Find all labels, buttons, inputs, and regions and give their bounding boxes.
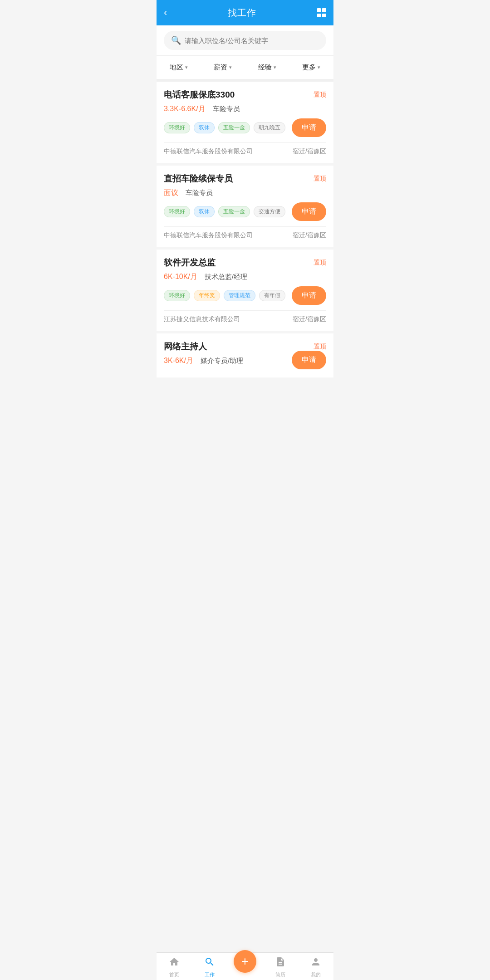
grid-button[interactable] — [317, 8, 326, 17]
chevron-down-icon: ▾ — [318, 64, 320, 70]
company-name: 中德联信汽车服务股份有限公司 — [164, 147, 253, 156]
divider — [164, 142, 326, 143]
company-location: 宿迁/宿豫区 — [293, 315, 326, 323]
search-container: 🔍 — [157, 25, 333, 56]
apply-button[interactable]: 申请 — [292, 118, 326, 137]
filter-salary[interactable]: 薪资 ▾ — [201, 60, 245, 74]
job-title: 软件开发总监 — [164, 257, 216, 269]
search-bar[interactable]: 🔍 — [164, 31, 326, 50]
filter-experience[interactable]: 经验 ▾ — [245, 60, 289, 74]
company-info: 中德联信汽车服务股份有限公司 宿迁/宿豫区 — [164, 147, 326, 156]
company-name: 中德联信汽车服务股份有限公司 — [164, 231, 253, 240]
tag: 双休 — [194, 206, 215, 217]
back-button[interactable]: ‹ — [164, 7, 167, 19]
tag: 年终奖 — [194, 290, 220, 301]
chevron-down-icon: ▾ — [229, 64, 232, 70]
chevron-down-icon: ▾ — [274, 64, 276, 70]
job-title: 网络主持人 — [164, 341, 207, 353]
salary: 3.3K-6.6K/月 — [164, 104, 206, 114]
pin-label: 置顶 — [314, 259, 326, 267]
apply-button[interactable]: 申请 — [292, 286, 326, 305]
job-card: 软件开发总监 置顶 6K-10K/月 技术总监/经理 环境好 年终奖 管理规范 … — [157, 250, 333, 331]
apply-button[interactable]: 申请 — [292, 202, 326, 221]
filter-more[interactable]: 更多 ▾ — [289, 60, 334, 74]
tag-list: 环境好 双休 五险一金 交通方便 — [164, 206, 285, 217]
company-name: 江苏捷义信息技术有限公司 — [164, 315, 240, 323]
tag-list: 环境好 年终奖 管理规范 有年假 — [164, 290, 285, 301]
tag: 环境好 — [164, 122, 190, 133]
header: ‹ 找工作 — [157, 0, 333, 25]
company-location: 宿迁/宿豫区 — [293, 231, 326, 240]
search-icon: 🔍 — [171, 35, 181, 45]
pin-label: 置顶 — [314, 175, 326, 183]
company-info: 江苏捷义信息技术有限公司 宿迁/宿豫区 — [164, 315, 326, 323]
salary: 面议 — [164, 188, 178, 198]
pin-label: 置顶 — [314, 91, 326, 99]
tag: 有年假 — [259, 290, 285, 301]
job-card: 电话客服保底3300 置顶 3.3K-6.6K/月 车险专员 环境好 双休 五险… — [157, 82, 333, 163]
divider — [164, 226, 326, 227]
job-card: 直招车险续保专员 置顶 面议 车险专员 环境好 双休 五险一金 交通方便 申请 … — [157, 166, 333, 247]
tag: 五险一金 — [218, 206, 250, 217]
job-title: 直招车险续保专员 — [164, 173, 233, 185]
salary: 3K-6K/月 — [164, 356, 193, 366]
job-type: 车险专员 — [213, 105, 240, 113]
job-type: 媒介专员/助理 — [201, 357, 243, 365]
search-input[interactable] — [185, 37, 319, 44]
tag: 环境好 — [164, 206, 190, 217]
page-title: 找工作 — [228, 7, 256, 19]
chevron-down-icon: ▾ — [185, 64, 188, 70]
apply-button[interactable]: 申请 — [292, 351, 326, 369]
tag-list: 环境好 双休 五险一金 朝九晚五 — [164, 122, 285, 133]
tag: 朝九晚五 — [254, 122, 285, 133]
tag: 管理规范 — [224, 290, 255, 301]
company-info: 中德联信汽车服务股份有限公司 宿迁/宿豫区 — [164, 231, 326, 240]
job-card: 网络主持人 置顶 3K-6K/月 媒介专员/助理 申请 — [157, 333, 333, 377]
company-location: 宿迁/宿豫区 — [293, 147, 326, 156]
job-list: 电话客服保底3300 置顶 3.3K-6.6K/月 车险专员 环境好 双休 五险… — [157, 82, 333, 412]
salary: 6K-10K/月 — [164, 272, 197, 282]
job-type: 车险专员 — [186, 189, 213, 197]
job-type: 技术总监/经理 — [205, 273, 247, 281]
tag: 环境好 — [164, 290, 190, 301]
tag: 交通方便 — [254, 206, 285, 217]
pin-label: 置顶 — [314, 343, 326, 351]
divider — [164, 310, 326, 311]
job-title: 电话客服保底3300 — [164, 89, 235, 101]
tag: 五险一金 — [218, 122, 250, 133]
filter-region[interactable]: 地区 ▾ — [157, 60, 201, 74]
filter-bar: 地区 ▾ 薪资 ▾ 经验 ▾ 更多 ▾ — [157, 56, 333, 82]
tag: 双休 — [194, 122, 215, 133]
